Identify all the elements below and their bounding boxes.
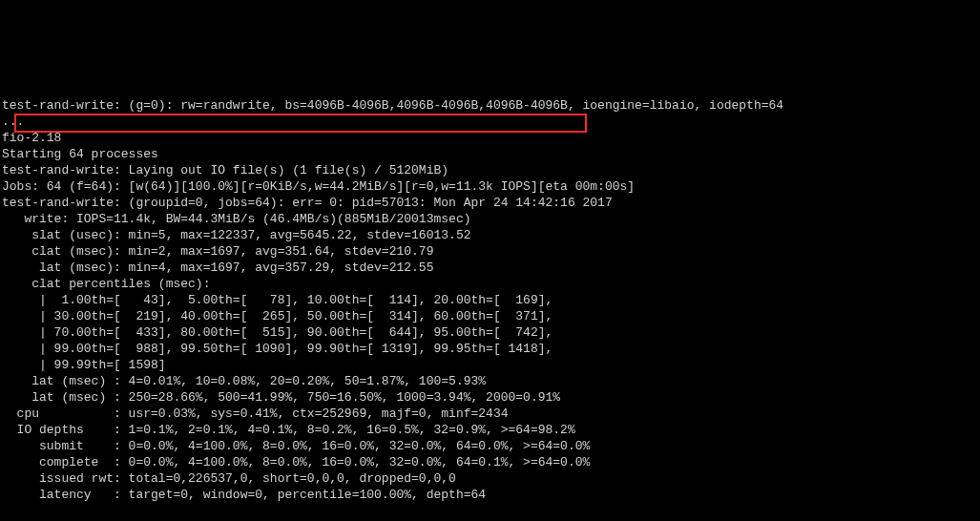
line-clat-pct-row1: | 1.00th=[ 43], 5.00th=[ 78], 10.00th=[ … <box>2 293 553 307</box>
line-ellipsis: ... <box>2 115 24 129</box>
line-latency-target: latency : target=0, window=0, percentile… <box>2 488 486 502</box>
terminal-output: test-rand-write: (g=0): rw=randwrite, bs… <box>0 81 980 521</box>
line-issued-rwt: issued rwt: total=0,226537,0, short=0,0,… <box>2 471 456 486</box>
line-lat-msec-dist1: lat (msec) : 4=0.01%, 10=0.08%, 20=0.20%… <box>2 374 486 388</box>
line-lat-msec-dist2: lat (msec) : 250=28.66%, 500=41.99%, 750… <box>2 390 560 405</box>
line-clat-pct-row3: | 70.00th=[ 433], 80.00th=[ 515], 90.00t… <box>2 325 553 340</box>
line-job-header: test-rand-write: (g=0): rw=randwrite, bs… <box>2 98 783 113</box>
line-cpu: cpu : usr=0.03%, sys=0.41%, ctx=252969, … <box>2 406 509 421</box>
line-lat: lat (msec): min=4, max=1697, avg=357.29,… <box>2 260 433 275</box>
line-clat-pct-row4: | 99.00th=[ 988], 99.50th=[ 1090], 99.90… <box>2 342 553 356</box>
line-starting-procs: Starting 64 processes <box>2 147 158 161</box>
line-submit: submit : 0=0.0%, 4=100.0%, 8=0.0%, 16=0.… <box>2 439 590 453</box>
line-clat-pct-row5: | 99.99th=[ 1598] <box>2 358 166 372</box>
line-complete: complete : 0=0.0%, 4=100.0%, 8=0.0%, 16=… <box>2 455 590 469</box>
line-job-summary: test-rand-write: (groupid=0, jobs=64): e… <box>2 196 613 210</box>
line-io-depths: IO depths : 1=0.1%, 2=0.1%, 4=0.1%, 8=0.… <box>2 423 575 437</box>
line-write-iops-bw: write: IOPS=11.4k, BW=44.3MiB/s (46.4MB/… <box>2 212 470 226</box>
line-clat: clat (msec): min=2, max=1697, avg=351.64… <box>2 244 433 259</box>
line-slat: slat (usec): min=5, max=122337, avg=5645… <box>2 228 470 242</box>
line-laying-out: test-rand-write: Laying out IO file(s) (… <box>2 163 448 177</box>
line-clat-pct-row2: | 30.00th=[ 219], 40.00th=[ 265], 50.00t… <box>2 309 553 323</box>
line-clat-pct-header: clat percentiles (msec): <box>2 277 210 291</box>
line-jobs-progress: Jobs: 64 (f=64): [w(64)][100.0%][r=0KiB/… <box>2 179 635 194</box>
line-fio-version: fio-2.18 <box>2 131 61 145</box>
